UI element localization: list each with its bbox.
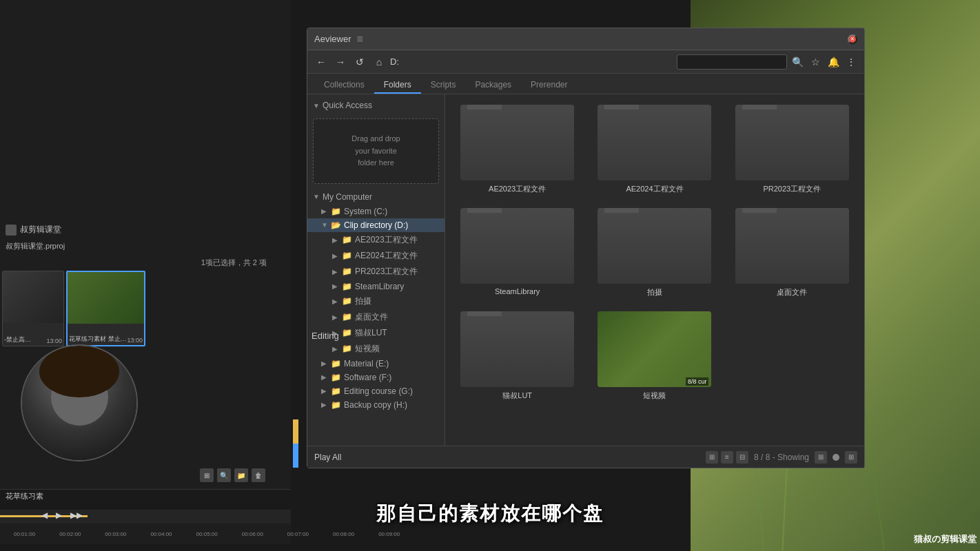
sidebar-item-clip-d[interactable]: ▼ 📂 Clip directory (D:) — [307, 218, 445, 232]
drop-text: Drag and dropyour favoritefolder here — [351, 134, 400, 167]
path-display: D: — [390, 56, 674, 67]
steam-expand: ▶ — [332, 282, 339, 290]
folder-card-ae2024[interactable]: AE2024工程文件 — [589, 101, 719, 198]
search-input[interactable] — [677, 54, 787, 70]
workspace-label: 叔剪辑课堂 — [20, 224, 61, 236]
sidebar: ▼ Quick Access Drag and dropyour favorit… — [307, 94, 445, 446]
path-text: D: — [390, 56, 399, 67]
folder-card-short-video[interactable]: 8/8 cur 短视频 — [589, 308, 719, 404]
folder-card-zhuomian[interactable]: 桌面文件 — [727, 205, 857, 301]
sidebar-item-paishe[interactable]: ▶ 📁 拍摄 — [307, 293, 445, 309]
folder-label-short-video: 短视频 — [643, 391, 666, 401]
folder-label-paishe: 拍摄 — [647, 287, 662, 298]
sort-icon[interactable]: ⊞ — [815, 451, 827, 464]
folder-card-maoshu-lut[interactable]: 猫叔LUT — [452, 308, 582, 404]
sidebar-item-short-video[interactable]: ▶ 📁 短视频 — [307, 341, 445, 357]
folder-thumb-pr2023 — [735, 105, 849, 180]
tab-prerender[interactable]: Prerender — [521, 77, 577, 94]
content-area: ▼ Quick Access Drag and dropyour favorit… — [307, 94, 864, 446]
editing-label: Editing — [312, 331, 339, 341]
sidebar-item-software-f[interactable]: ▶ 📁 Software (F:) — [307, 371, 445, 384]
ae2024-folder-icon: 📁 — [342, 251, 352, 260]
my-computer-header[interactable]: ▼ My Computer — [307, 189, 445, 205]
sidebar-item-system-c[interactable]: ▶ 📁 System (C:) — [307, 205, 445, 218]
quick-access-label: Quick Access — [323, 101, 372, 110]
left-toolbar: ⊞ 🔍 📁 🗑 — [200, 468, 265, 482]
sidebar-item-steam[interactable]: ▶ 📁 SteamLibrary — [307, 280, 445, 293]
quick-access-drop: Drag and dropyour favoritefolder here — [313, 118, 439, 184]
tab-packages[interactable]: Packages — [465, 77, 521, 94]
count-label: 8 / 8 - Showing — [754, 453, 809, 462]
more-button[interactable]: ⋮ — [844, 54, 859, 70]
system-c-expand: ▶ — [321, 207, 328, 215]
system-c-folder-icon: 📁 — [331, 207, 341, 216]
folder-card-paishe[interactable]: 拍摄 — [589, 205, 719, 301]
sidebar-item-backup-h[interactable]: ▶ 📁 Backup copy (H:) — [307, 398, 445, 412]
pr2023-expand: ▶ — [332, 268, 339, 276]
tab-folders[interactable]: Folders — [374, 77, 421, 94]
bell-button[interactable]: 🔔 — [826, 54, 841, 70]
left-tool-3[interactable]: 📁 — [234, 468, 248, 482]
folder-thumb-zhuomian — [735, 208, 849, 284]
maoshu-lut-folder-icon: 📁 — [342, 328, 352, 337]
folder-card-pr2023[interactable]: PR2023工程文件 — [727, 101, 857, 198]
paishe-label: 拍摄 — [355, 295, 371, 307]
sidebar-item-zhuomian[interactable]: ▶ 📁 桌面文件 — [307, 309, 445, 325]
grid-alt-icon[interactable]: ⊞ — [845, 451, 857, 464]
system-c-label: System (C:) — [344, 207, 387, 216]
grid-view-icon[interactable]: ⊞ — [706, 451, 718, 464]
folder-card-steam[interactable]: SteamLibrary — [452, 205, 582, 301]
zhuomian-expand: ▶ — [332, 313, 339, 321]
back-button[interactable]: ← — [313, 54, 329, 70]
short-video-label: 短视频 — [355, 343, 380, 355]
list-view-icon[interactable]: ≡ — [721, 451, 733, 464]
avatar-image — [22, 346, 136, 460]
close-button[interactable]: × — [848, 34, 857, 44]
ae2024-label: AE2024工程文件 — [355, 250, 418, 262]
app-title: Aeviewer — [314, 34, 351, 44]
home-button[interactable]: ⌂ — [371, 54, 387, 70]
software-f-label: Software (F:) — [344, 373, 391, 382]
search-icon-btn[interactable]: 🔍 — [790, 54, 805, 70]
left-tool-2[interactable]: 🔍 — [217, 468, 231, 482]
tick-labels: 00:01:00 00:02:00 00:03:00 00:04:00 00:0… — [0, 531, 400, 537]
color-bar-blue — [293, 444, 298, 468]
sidebar-item-material-e[interactable]: ▶ 📁 Material (E:) — [307, 357, 445, 371]
material-e-folder-icon: 📁 — [331, 359, 341, 368]
thumb2-time: 13:00 — [127, 337, 143, 344]
color-bar-yellow — [293, 419, 298, 444]
toolbar: ← → ↺ ⌂ D: 🔍 ☆ 🔔 ⋮ — [307, 50, 864, 74]
file-label: 叔剪辑课堂.prproj — [6, 242, 65, 250]
folder-thumb-short-video: 8/8 cur — [598, 311, 711, 387]
folder-label-pr2023: PR2023工程文件 — [763, 184, 821, 194]
left-tool-4[interactable]: 🗑 — [252, 468, 265, 482]
sidebar-item-ae2023[interactable]: ▶ 📁 AE2023工程文件 — [307, 232, 445, 248]
tab-scripts[interactable]: Scripts — [421, 77, 466, 94]
paishe-expand: ▶ — [332, 298, 339, 305]
left-tool-1[interactable]: ⊞ — [200, 468, 214, 482]
tab-collections[interactable]: Collections — [314, 77, 374, 94]
folder-label-ae2023: AE2023工程文件 — [489, 184, 546, 194]
menu-icon[interactable]: ≡ — [356, 33, 363, 45]
ae2023-expand: ▶ — [332, 236, 339, 244]
sidebar-item-pr2023[interactable]: ▶ 📁 PR2023工程文件 — [307, 264, 445, 280]
folder-thumb-paishe — [598, 208, 711, 284]
watermark: 猫叔の剪辑课堂 — [914, 533, 977, 545]
thumb-item-1[interactable]: -禁止高… 13:00 — [2, 271, 64, 346]
play-all-button[interactable]: Play All — [314, 453, 341, 462]
title-bar: Aeviewer ≡ × — [307, 28, 864, 50]
steam-folder-icon: 📁 — [342, 282, 352, 291]
star-button[interactable]: ☆ — [808, 54, 823, 70]
sidebar-item-editing-g[interactable]: ▶ 📁 Editing course (G:) — [307, 384, 445, 398]
status-bar: Play All ⊞ ≡ ⊟ 8 / 8 - Showing ⊞ ⊞ — [307, 446, 864, 468]
bottom-label: 花草练习素 — [6, 491, 43, 501]
folder-thumb-maoshu-lut — [460, 311, 574, 387]
detail-view-icon[interactable]: ⊟ — [736, 451, 748, 464]
quick-access-header[interactable]: ▼ Quick Access — [307, 98, 445, 113]
refresh-button[interactable]: ↺ — [351, 54, 368, 70]
folder-card-ae2023[interactable]: AE2023工程文件 — [452, 101, 582, 198]
sidebar-item-ae2024[interactable]: ▶ 📁 AE2024工程文件 — [307, 248, 445, 264]
thumbnails-row: -禁止高… 13:00 花草练习素材 禁止高… 13:00 — [0, 271, 289, 350]
thumb-item-2[interactable]: 花草练习素材 禁止高… 13:00 — [66, 271, 145, 346]
forward-button[interactable]: → — [332, 54, 349, 70]
